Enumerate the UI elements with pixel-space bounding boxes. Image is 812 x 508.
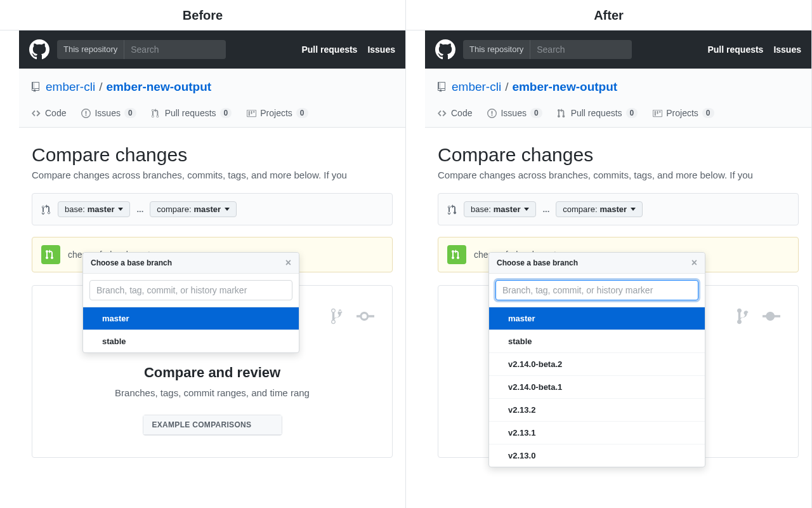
branch-filter-input[interactable]	[495, 280, 698, 300]
compare-branch-button[interactable]: compare: master	[150, 201, 237, 217]
git-branch-icon	[331, 307, 349, 325]
branch-picker-popover: Choose a base branch × masterstable	[82, 252, 299, 353]
repo-owner-link[interactable]: ember-cli	[452, 80, 501, 94]
close-icon[interactable]: ×	[285, 258, 291, 268]
breadcrumb-sep: /	[505, 80, 508, 94]
project-icon	[247, 109, 256, 118]
tab-pull-requests[interactable]: Pull requests 0	[558, 108, 638, 127]
search-scope-label: This repository	[463, 40, 530, 59]
repo-tabs: Code Issues 0 Pull requests 0 Proje	[438, 108, 799, 127]
branch-option[interactable]: v2.14.0-beta.2	[489, 353, 705, 376]
git-compare-icon	[41, 204, 51, 215]
base-branch-button[interactable]: base: master	[464, 201, 536, 217]
after-panel: After This repository Pull requests Issu…	[406, 0, 812, 508]
base-branch-button[interactable]: base: master	[58, 201, 130, 217]
compare-range-box: base: master ... compare: master	[438, 193, 799, 225]
after-label: After	[406, 0, 811, 30]
before-label: Before	[0, 0, 405, 30]
branch-option[interactable]: master	[489, 307, 705, 330]
page-lead: Compare changes across branches, commits…	[32, 170, 393, 180]
branch-option[interactable]: v2.13.1	[489, 422, 705, 444]
nav-issues[interactable]: Issues	[773, 44, 801, 55]
branch-option[interactable]: stable	[83, 330, 299, 352]
repo-name-link[interactable]: ember-new-output	[106, 80, 211, 94]
tab-code[interactable]: Code	[438, 108, 472, 127]
breadcrumb-sep: /	[99, 80, 102, 94]
issues-count: 0	[530, 108, 542, 118]
example-comparisons-header: EXAMPLE COMPARISONS	[143, 415, 282, 435]
popover-title: Choose a base branch	[91, 258, 172, 267]
page-lead: Compare changes across branches, commits…	[438, 170, 799, 180]
repo-header: ember-cli / ember-new-output Code Issues…	[425, 69, 811, 128]
branch-option[interactable]: v2.13.0	[489, 444, 705, 467]
projects-count: 0	[702, 108, 714, 118]
git-branch-icon	[737, 307, 755, 325]
pulls-count: 0	[626, 108, 638, 118]
git-commit-icon	[763, 307, 780, 325]
page-title: Compare changes	[32, 144, 393, 166]
tab-code[interactable]: Code	[32, 108, 66, 127]
tab-projects[interactable]: Projects 0	[247, 108, 308, 127]
github-logo-icon[interactable]	[435, 39, 455, 60]
header-nav: Pull requests Issues	[707, 44, 801, 55]
compare-range-box: base: master ... compare: master	[32, 193, 393, 225]
repo-icon	[32, 82, 42, 92]
popover-filter	[489, 274, 705, 307]
branch-option[interactable]: stable	[489, 330, 705, 353]
global-header: This repository Pull requests Issues	[425, 30, 811, 69]
branch-filter-input[interactable]	[89, 280, 292, 300]
issues-count: 0	[124, 108, 136, 118]
branch-list-before: masterstable	[83, 307, 299, 352]
nav-issues[interactable]: Issues	[367, 44, 395, 55]
search-scope-label: This repository	[57, 40, 124, 59]
blank-title: Compare and review	[45, 364, 379, 381]
github-logo-icon[interactable]	[29, 39, 49, 60]
caret-down-icon	[524, 208, 529, 211]
branch-option[interactable]: v2.13.2	[489, 399, 705, 422]
caret-down-icon	[118, 208, 123, 211]
branch-option[interactable]: master	[83, 307, 299, 330]
compare-branch-button[interactable]: compare: master	[556, 201, 643, 217]
repo-owner-link[interactable]: ember-cli	[46, 80, 95, 94]
repo-tabs: Code Issues 0 Pull requests 0 Proje	[32, 108, 393, 127]
git-pull-request-icon	[558, 109, 567, 118]
range-ellipsis: ...	[542, 204, 549, 214]
caret-down-icon	[225, 208, 230, 211]
nav-pull-requests[interactable]: Pull requests	[707, 44, 763, 55]
projects-count: 0	[296, 108, 308, 118]
example-comparisons-box: EXAMPLE COMPARISONS	[143, 415, 282, 436]
nav-pull-requests[interactable]: Pull requests	[301, 44, 357, 55]
header-search[interactable]: This repository	[57, 40, 226, 59]
repo-breadcrumb: ember-cli / ember-new-output	[32, 80, 393, 94]
git-compare-icon	[447, 204, 457, 215]
project-icon	[653, 109, 662, 118]
repo-icon	[438, 82, 448, 92]
global-header: This repository Pull requests Issues	[19, 30, 405, 69]
search-input[interactable]	[124, 40, 226, 59]
header-nav: Pull requests Issues	[301, 44, 395, 55]
branch-picker-popover: Choose a base branch × masterstablev2.14…	[488, 252, 705, 467]
branch-option[interactable]: v2.14.0-beta.1	[489, 376, 705, 399]
tab-issues[interactable]: Issues 0	[487, 108, 542, 127]
search-input[interactable]	[530, 40, 632, 59]
git-pull-request-badge-icon	[447, 245, 466, 264]
blank-subtitle: Branches, tags, commit ranges, and time …	[45, 387, 379, 398]
git-pull-request-badge-icon	[41, 245, 60, 264]
repo-header: ember-cli / ember-new-output Code Issues…	[19, 69, 405, 128]
code-icon	[32, 109, 41, 118]
tab-issues[interactable]: Issues 0	[81, 108, 136, 127]
tab-pull-requests[interactable]: Pull requests 0	[152, 108, 232, 127]
popover-title: Choose a base branch	[497, 258, 578, 267]
caret-down-icon	[631, 208, 636, 211]
page-title: Compare changes	[438, 144, 799, 166]
repo-breadcrumb: ember-cli / ember-new-output	[438, 80, 799, 94]
before-panel: Before This repository Pull requests Iss…	[0, 0, 406, 508]
issue-icon	[487, 109, 497, 118]
close-icon[interactable]: ×	[691, 258, 697, 268]
code-icon	[438, 109, 447, 118]
range-ellipsis: ...	[136, 204, 143, 214]
issue-icon	[81, 109, 91, 118]
repo-name-link[interactable]: ember-new-output	[512, 80, 617, 94]
header-search[interactable]: This repository	[463, 40, 632, 59]
tab-projects[interactable]: Projects 0	[653, 108, 714, 127]
